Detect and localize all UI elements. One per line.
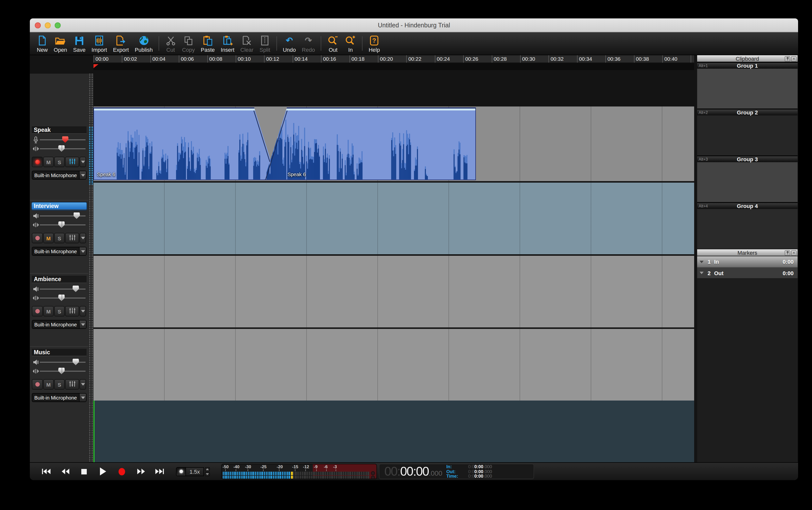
speed-indicator-button[interactable] [176,467,186,476]
volume-slider[interactable] [40,358,86,366]
stop-button[interactable] [74,465,93,478]
toolbar-split-button[interactable]: Split [256,32,273,55]
volume-handle[interactable] [72,286,79,292]
fast-forward-button[interactable] [131,465,150,478]
eq-button[interactable] [65,306,79,316]
speed-up-button[interactable] [205,467,210,471]
mute-button[interactable]: M [43,157,54,167]
toolbar-cut-button[interactable]: Cut [162,32,179,55]
clipboard-group-body[interactable] [697,115,798,156]
mute-button[interactable]: M [43,233,54,243]
pan-slider[interactable] [40,294,86,302]
track-options-button[interactable] [80,157,86,167]
volume-handle[interactable] [62,136,68,143]
toolbar-help-button[interactable]: ?Help [366,32,383,55]
track-options-button[interactable] [80,306,86,316]
volume-slider[interactable] [40,212,86,220]
input-device-select[interactable]: Built-in Microphone [32,320,87,329]
device-dropdown-button[interactable] [79,247,86,255]
input-device-select[interactable]: Built-in Microphone [32,171,87,180]
track-title[interactable]: Music [32,349,87,356]
rewind-button[interactable] [56,465,74,478]
eq-button[interactable] [65,233,79,243]
toolbar-insert-button[interactable]: Insert [218,32,237,55]
record-button[interactable] [112,465,131,478]
toolbar-save-button[interactable]: Save [70,32,89,55]
audio-clip[interactable]: Speak 6 [264,108,476,180]
device-dropdown-button[interactable] [79,394,86,401]
pan-slider[interactable] [40,367,86,375]
marker-lane[interactable] [93,64,694,70]
marker-row[interactable]: 2Out0:00 [697,267,798,278]
solo-button[interactable]: S [54,379,65,390]
eq-button[interactable] [65,157,79,167]
solo-button[interactable]: S [54,306,65,316]
pin-icon[interactable] [785,250,790,255]
track-row-music[interactable] [93,329,694,400]
clipboard-group-header[interactable]: Alt+4Group 4 [697,202,798,209]
speed-value[interactable]: 1.5x [186,467,204,476]
skip-start-button[interactable] [37,465,56,478]
toolbar-publish-button[interactable]: Publish [132,32,156,55]
toolbar-out-button[interactable]: Out [325,32,342,55]
pan-handle[interactable] [58,145,65,152]
toolbar-export-button[interactable]: Export [110,32,132,55]
timeline-area[interactable]: 00:0000:0200:0400:0600:0800:1000:1200:14… [93,55,694,480]
volume-handle[interactable] [72,359,79,365]
time-ruler[interactable]: 00:0000:0200:0400:0600:0800:1000:1200:14… [93,55,694,63]
speed-down-button[interactable] [205,472,210,476]
device-dropdown-button[interactable] [79,320,86,329]
solo-button[interactable]: S [54,157,65,167]
record-arm-button[interactable] [32,379,43,390]
track-title[interactable]: Interview [32,202,87,210]
toolbar-paste-button[interactable]: Paste [198,32,218,55]
volume-handle[interactable] [73,213,80,219]
record-arm-button[interactable] [32,233,43,243]
input-device-select[interactable]: Built-in Microphone [32,393,87,402]
track-row-ambience[interactable] [93,256,694,328]
close-icon[interactable]: × [791,56,796,61]
clipboard-group-header[interactable]: Alt+2Group 2 [697,109,798,115]
toolbar-new-button[interactable]: New [34,32,51,55]
pin-icon[interactable] [785,56,790,61]
pan-slider[interactable] [40,145,86,153]
track-title[interactable]: Ambience [32,276,87,283]
clipboard-group-body[interactable] [697,69,798,109]
pan-handle[interactable] [58,221,65,228]
toolbar-redo-button[interactable]: ↷Redo [299,32,318,55]
skip-end-button[interactable] [150,465,169,478]
toolbar-open-button[interactable]: Open [51,32,70,55]
clipboard-group-header[interactable]: Alt+3Group 3 [697,156,798,162]
toolbar-undo-button[interactable]: ↶Undo [280,32,299,55]
toolbar-in-button[interactable]: In [342,32,359,55]
clip-indicator-right[interactable] [371,476,375,479]
clip-indicator-left[interactable] [371,471,375,475]
record-arm-button[interactable] [32,306,43,316]
track-options-button[interactable] [80,379,86,390]
mute-button[interactable]: M [43,306,54,316]
track-options-button[interactable] [80,233,86,243]
playhead-flag-icon[interactable] [93,64,98,68]
pan-slider[interactable] [40,221,86,229]
eq-button[interactable] [65,379,79,390]
solo-button[interactable]: S [54,233,65,243]
volume-slider[interactable] [40,285,86,293]
volume-slider[interactable] [40,136,86,144]
clipboard-group-body[interactable] [697,162,798,202]
track-row-interview[interactable] [93,182,694,254]
marker-triangle-icon[interactable] [700,272,703,274]
marker-row[interactable]: 1In0:00 [697,256,798,267]
play-button[interactable] [93,465,112,478]
clipboard-group-header[interactable]: Alt+1Group 1 [697,62,798,69]
pan-handle[interactable] [58,368,65,374]
toolbar-import-button[interactable]: Import [89,32,110,55]
toolbar-copy-button[interactable]: Copy [179,32,198,55]
input-device-select[interactable]: Built-in Microphone [32,247,87,256]
toolbar-clear-button[interactable]: Clear [237,32,257,55]
audio-clip[interactable]: Speak 6 [93,108,277,180]
close-icon[interactable]: × [791,250,796,255]
clipboard-group-body[interactable] [697,209,798,249]
device-dropdown-button[interactable] [79,171,86,179]
title-bar[interactable]: Untitled - Hindenburg Trial [30,19,798,32]
mute-button[interactable]: M [43,379,54,390]
